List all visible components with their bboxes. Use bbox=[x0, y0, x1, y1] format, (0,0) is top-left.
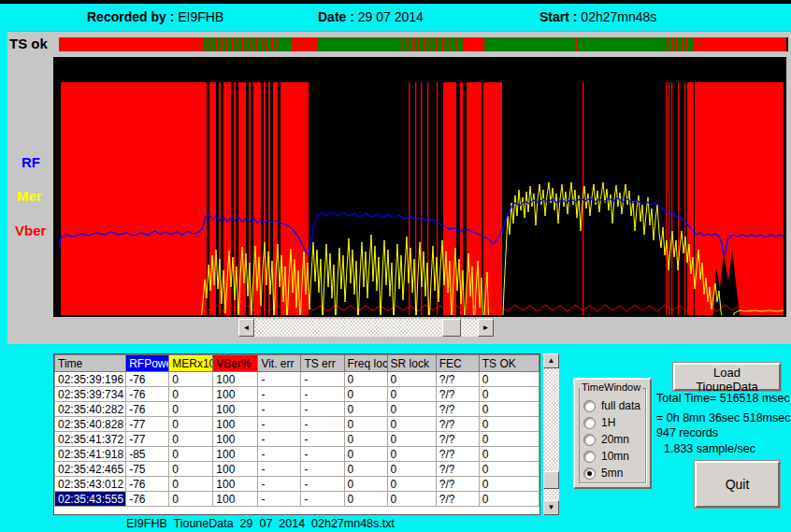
table-row[interactable]: 02:35:42:465-750100--00?/?0 bbox=[55, 462, 539, 477]
chart-scrollbar-thumb[interactable] bbox=[442, 319, 461, 337]
table-header-row: TimeRFPowerMERx10VBer%Vit. errTS errFreq… bbox=[55, 355, 539, 372]
radio-option-10mn[interactable]: 10mn bbox=[583, 448, 640, 465]
left-arrow-icon: ◄ bbox=[243, 324, 251, 332]
scroll-down-button[interactable]: ▼ bbox=[543, 500, 559, 515]
ts-ok-bar bbox=[59, 37, 788, 51]
date-label: Date : bbox=[318, 9, 358, 24]
load-tiounedata-button[interactable]: Load TiouneData bbox=[673, 363, 781, 391]
recorded-by-value: EI9FHB bbox=[178, 9, 223, 24]
scroll-right-button[interactable]: ► bbox=[478, 319, 494, 337]
column-header-vber-[interactable]: VBer% bbox=[213, 355, 258, 372]
rf-label: RF bbox=[22, 154, 40, 170]
table-scrollbar[interactable]: ▲ ▼ bbox=[543, 353, 559, 515]
sample-rate-text: 1.833 sample/sec bbox=[664, 442, 755, 455]
time-window-options: full data1H20mn10mn5mn bbox=[583, 397, 640, 482]
start-time: Start : 02h27mn48s bbox=[539, 9, 656, 24]
right-arrow-icon: ► bbox=[482, 324, 490, 332]
quit-button[interactable]: Quit bbox=[695, 461, 780, 508]
radio-option-1H[interactable]: 1H bbox=[583, 414, 640, 431]
chart-frame bbox=[53, 57, 786, 317]
date: Date : 29 07 2014 bbox=[318, 9, 424, 24]
down-arrow-icon: ▼ bbox=[548, 504, 555, 511]
up-arrow-icon: ▲ bbox=[548, 357, 555, 365]
vber-label: Vber bbox=[15, 223, 46, 238]
table-row[interactable]: 02:35:43:555-760100--00?/?0 bbox=[55, 492, 539, 507]
table-row[interactable]: 02:35:39:196-760100--00?/?0 bbox=[55, 372, 539, 387]
app-window: Recorded by : EI9FHB Date : 29 07 2014 S… bbox=[0, 0, 791, 532]
table-row[interactable]: 02:35:39:734-760100--00?/?0 bbox=[55, 387, 539, 402]
radio-icon[interactable] bbox=[583, 467, 596, 480]
radio-label: 20mn bbox=[601, 433, 629, 446]
start-value: 02h27mn48s bbox=[581, 9, 656, 24]
column-header-rfpower[interactable]: RFPower bbox=[126, 355, 169, 372]
header-bar: Recorded by : EI9FHB Date : 29 07 2014 S… bbox=[0, 4, 791, 31]
table-row[interactable]: 02:35:43:012-760100--00?/?0 bbox=[55, 477, 539, 492]
selected-cell: 02:35:43:555 bbox=[55, 492, 126, 507]
start-label: Start : bbox=[539, 9, 581, 24]
radio-icon[interactable] bbox=[583, 400, 596, 412]
column-header-time[interactable]: Time bbox=[55, 355, 126, 372]
chart-scrollbar-track[interactable] bbox=[254, 319, 478, 337]
duration-text: = 0h 8mn 36sec 518msec bbox=[656, 411, 791, 424]
radio-label: 10mn bbox=[601, 450, 629, 463]
column-header-ts-ok[interactable]: TS OK bbox=[479, 355, 539, 372]
radio-icon[interactable] bbox=[583, 451, 596, 463]
scroll-left-button[interactable]: ◄ bbox=[238, 319, 254, 337]
radio-option-5mn[interactable]: 5mn bbox=[583, 465, 640, 482]
radio-icon[interactable] bbox=[583, 417, 596, 429]
recorded-by-label: Recorded by : bbox=[87, 9, 178, 24]
radio-option-full-data[interactable]: full data bbox=[583, 397, 640, 414]
signal-chart bbox=[59, 57, 784, 315]
column-header-fec[interactable]: FEC bbox=[436, 355, 479, 372]
column-header-vit-err[interactable]: Vit. err bbox=[258, 355, 301, 372]
mer-label: Mer bbox=[17, 188, 42, 204]
status-bar: EI9FHB TiouneData 29 07 2014 02h27mn48s.… bbox=[126, 517, 395, 530]
table-row[interactable]: 02:35:40:828-770100--00?/?0 bbox=[55, 417, 539, 432]
radio-label: 5mn bbox=[601, 467, 623, 480]
time-window-legend: TimeWindow bbox=[580, 381, 642, 393]
table-scrollbar-thumb[interactable] bbox=[543, 471, 559, 489]
record-count-text: 947 records bbox=[656, 426, 718, 439]
table-row[interactable]: 02:35:40:282-760100--00?/?0 bbox=[55, 402, 539, 417]
scroll-up-button[interactable]: ▲ bbox=[543, 353, 559, 368]
records-table: TimeRFPowerMERx10VBer%Vit. errTS errFreq… bbox=[53, 353, 540, 515]
ts-ok-label: TS ok bbox=[9, 36, 48, 51]
table-row[interactable]: 02:35:41:918-850100--00?/?0 bbox=[55, 447, 539, 462]
column-header-merx10[interactable]: MERx10 bbox=[169, 355, 213, 372]
radio-option-20mn[interactable]: 20mn bbox=[583, 431, 640, 448]
column-header-sr-lock[interactable]: SR lock bbox=[387, 355, 436, 372]
time-window-group: TimeWindow full data1H20mn10mn5mn bbox=[573, 378, 652, 489]
total-time-text: Total Time= 516518 msec bbox=[656, 392, 790, 405]
chart-scrollbar[interactable]: ◄ ► bbox=[238, 319, 494, 337]
recorded-by: Recorded by : EI9FHB bbox=[87, 9, 223, 24]
column-header-freq-lock[interactable]: Freq lock bbox=[344, 355, 387, 372]
column-header-ts-err[interactable]: TS err bbox=[301, 355, 344, 372]
table-scrollbar-track[interactable] bbox=[543, 368, 559, 500]
radio-label: full data bbox=[601, 399, 640, 412]
radio-label: 1H bbox=[601, 416, 615, 429]
date-value: 29 07 2014 bbox=[358, 9, 424, 24]
radio-icon[interactable] bbox=[583, 434, 596, 446]
table-row[interactable]: 02:35:41:372-770100--00?/?0 bbox=[55, 432, 539, 447]
